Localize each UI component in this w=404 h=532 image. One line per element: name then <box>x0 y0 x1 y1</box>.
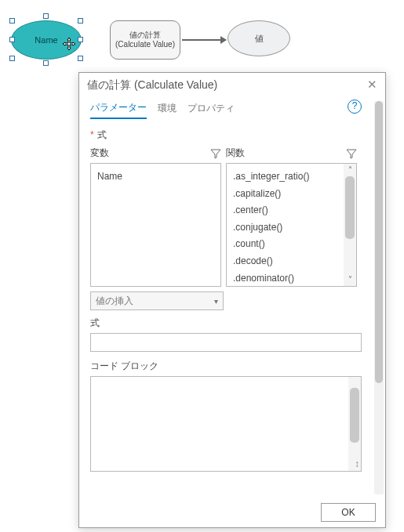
connector-arrow <box>182 39 226 41</box>
scroll-down-icon[interactable]: ˅ <box>344 273 356 286</box>
list-item[interactable]: .center() <box>233 202 342 219</box>
filter-icon[interactable] <box>346 148 357 159</box>
scroll-thumb[interactable] <box>345 176 355 239</box>
filter-icon[interactable] <box>210 148 221 159</box>
list-item[interactable]: .count() <box>233 236 342 253</box>
dialog-titlebar: 値の計算 (Calculate Value) ✕ <box>79 73 385 98</box>
expression-field-label: 式 <box>90 317 362 330</box>
expression-input[interactable] <box>90 333 362 352</box>
scrollbar[interactable]: ˄ ˅ <box>344 164 356 286</box>
tab-parameters[interactable]: パラメーター <box>90 98 147 119</box>
output-node-value[interactable]: 値 <box>227 20 290 56</box>
list-item[interactable]: .conjugate() <box>233 219 342 237</box>
codeblock-input[interactable]: ↕ ↕ <box>90 376 362 472</box>
move-cursor-icon <box>62 37 76 51</box>
dropdown-placeholder: 値の挿入 <box>96 295 133 308</box>
scrollbar[interactable] <box>348 377 361 471</box>
ok-button[interactable]: OK <box>321 503 376 522</box>
list-item[interactable]: .capitalize() <box>233 186 342 203</box>
scroll-thumb[interactable] <box>350 388 359 443</box>
output-node-label: 値 <box>255 33 264 45</box>
resize-handle[interactable] <box>78 56 83 61</box>
close-icon[interactable]: ✕ <box>365 78 379 92</box>
functions-listbox[interactable]: .as_integer_ratio() .capitalize() .cente… <box>226 163 357 287</box>
resize-handle[interactable] <box>78 18 83 24</box>
dialog-footer: OK <box>79 498 385 527</box>
resize-handle[interactable] <box>43 13 49 19</box>
resize-handle[interactable] <box>43 60 49 66</box>
list-item[interactable]: .as_integer_ratio() <box>233 168 342 186</box>
expand-grip-icon[interactable]: ↕ <box>355 458 359 469</box>
scroll-track[interactable] <box>344 176 356 273</box>
variables-header: 変数 <box>90 147 109 160</box>
tool-node-calculate-value[interactable]: 値の計算 (Calculate Value) <box>110 20 180 60</box>
tab-properties[interactable]: プロパティ <box>187 99 235 118</box>
insert-value-dropdown[interactable]: 値の挿入 ▾ <box>90 291 224 310</box>
resize-handle[interactable] <box>9 37 15 42</box>
dialog-title-text: 値の計算 (Calculate Value) <box>87 78 217 92</box>
tab-bar: パラメーター 環境 プロパティ ? <box>90 98 362 122</box>
scroll-thumb[interactable] <box>375 101 383 383</box>
variable-node-label: Name <box>35 35 57 45</box>
list-item[interactable]: .denominator() <box>233 270 342 287</box>
expression-section-label: *式 <box>90 128 362 142</box>
chevron-down-icon: ▾ <box>214 297 218 306</box>
codeblock-label: コード ブロック <box>90 360 362 373</box>
resize-handle[interactable] <box>9 18 15 24</box>
resize-handle[interactable] <box>9 56 15 61</box>
calculate-value-dialog: 値の計算 (Calculate Value) ✕ パラメーター 環境 プロパティ… <box>78 72 386 528</box>
tab-environment[interactable]: 環境 <box>158 99 177 118</box>
functions-header: 関数 <box>226 147 245 160</box>
expression-label-text: 式 <box>97 129 107 140</box>
dialog-body: パラメーター 環境 プロパティ ? *式 変数 <box>79 98 373 498</box>
required-marker: * <box>90 129 94 140</box>
scroll-up-icon[interactable]: ˄ <box>344 164 356 176</box>
dialog-scrollbar[interactable] <box>373 98 385 498</box>
help-icon[interactable]: ? <box>348 100 362 114</box>
list-item[interactable]: .decode() <box>233 253 342 270</box>
tool-node-label-en: (Calculate Value) <box>115 40 175 49</box>
list-item[interactable]: Name <box>97 168 214 186</box>
variables-listbox[interactable]: Name <box>90 163 221 287</box>
tool-node-label-jp: 値の計算 <box>129 31 161 40</box>
resize-handle[interactable] <box>78 37 83 42</box>
